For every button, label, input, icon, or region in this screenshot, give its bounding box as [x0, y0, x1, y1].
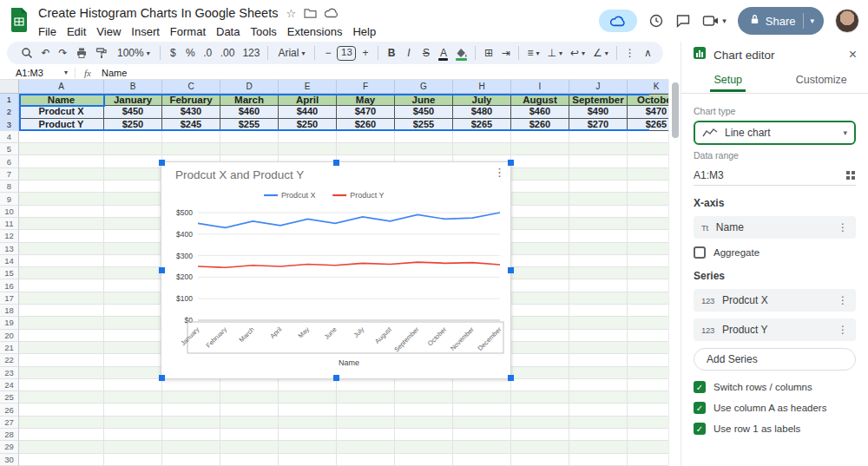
cell-C1[interactable]: February [162, 94, 220, 106]
cell-I17[interactable] [511, 292, 569, 305]
cell-B25[interactable] [104, 391, 162, 404]
cell-J11[interactable] [569, 218, 628, 230]
cell-J25[interactable] [569, 391, 628, 404]
star-icon[interactable]: ☆ [286, 7, 296, 20]
cell-G24[interactable] [395, 379, 453, 391]
cell-F1[interactable]: May [337, 94, 395, 106]
cell-J23[interactable] [569, 367, 628, 379]
cell-A16[interactable] [19, 279, 104, 292]
cell-A6[interactable] [19, 155, 104, 167]
row-header-6[interactable]: 6 [0, 155, 19, 167]
cell-G26[interactable] [395, 404, 453, 416]
cell-A4[interactable] [19, 131, 104, 143]
row-header-17[interactable]: 17 [0, 292, 19, 305]
toolbar-bold[interactable]: B [383, 43, 399, 62]
cell-B13[interactable] [104, 243, 162, 255]
cell-G5[interactable] [395, 143, 453, 155]
chart-resize-handle[interactable] [333, 375, 339, 381]
cell-J28[interactable] [569, 429, 628, 441]
cell-J4[interactable] [569, 131, 628, 143]
cell-J10[interactable] [569, 206, 628, 218]
chart-overlay[interactable]: Prodcut X and Product Y ⋮ Prodcut XProdu… [161, 161, 511, 379]
cell-F2[interactable]: $470 [337, 106, 395, 118]
row-header-14[interactable]: 14 [0, 255, 19, 267]
cell-J7[interactable] [569, 168, 628, 180]
chart-resize-handle[interactable] [333, 160, 339, 166]
cell-I7[interactable] [511, 168, 569, 180]
cell-E4[interactable] [279, 131, 337, 143]
checkbox-unchecked-icon[interactable] [694, 246, 706, 259]
cell-F27[interactable] [337, 417, 395, 429]
row-header-28[interactable]: 28 [0, 429, 19, 441]
cell-B30[interactable] [104, 454, 162, 466]
cell-K24[interactable] [628, 379, 668, 391]
cell-B24[interactable] [104, 379, 162, 391]
vertical-scrollbar[interactable] [668, 80, 681, 466]
chart-resize-handle[interactable] [508, 375, 514, 381]
toolbar-paint-format[interactable] [92, 43, 111, 62]
menu-help[interactable]: Help [347, 24, 381, 39]
cell-J24[interactable] [569, 379, 628, 391]
cell-A1[interactable]: Name [19, 94, 104, 106]
cell-I9[interactable] [511, 193, 569, 205]
row-header-29[interactable]: 29 [0, 441, 19, 453]
cell-B29[interactable] [104, 441, 162, 453]
cell-G28[interactable] [395, 429, 453, 441]
cell-I5[interactable] [511, 143, 569, 155]
cell-K22[interactable] [628, 354, 668, 366]
cell-F4[interactable] [337, 131, 395, 143]
cell-K6[interactable] [628, 155, 668, 167]
menu-insert[interactable]: Insert [126, 24, 165, 39]
checkbox-checked-icon[interactable]: ✓ [694, 423, 706, 435]
row-header-15[interactable]: 15 [0, 267, 19, 279]
menu-tools[interactable]: Tools [245, 24, 281, 39]
share-button[interactable]: Share ▾ [738, 7, 824, 35]
cell-J5[interactable] [569, 143, 628, 155]
cell-D29[interactable] [220, 441, 279, 453]
cell-G29[interactable] [395, 441, 453, 453]
cell-H29[interactable] [453, 441, 511, 453]
cell-J13[interactable] [569, 243, 628, 255]
cell-K26[interactable] [628, 404, 668, 416]
menu-file[interactable]: File [33, 24, 62, 39]
cell-J6[interactable] [569, 155, 628, 167]
cell-E24[interactable] [279, 379, 337, 391]
cell-D1[interactable]: March [220, 94, 279, 106]
cell-A10[interactable] [19, 206, 104, 218]
cell-J8[interactable] [569, 180, 628, 193]
toolbar-font-size-increase[interactable]: + [357, 43, 373, 62]
cell-J1[interactable]: September [569, 94, 628, 106]
cell-A20[interactable] [19, 330, 104, 342]
cell-F5[interactable] [337, 143, 395, 155]
cell-B16[interactable] [104, 279, 162, 292]
cell-B11[interactable] [104, 218, 162, 230]
cell-A14[interactable] [19, 255, 104, 267]
row-header-26[interactable]: 26 [0, 404, 19, 416]
cell-K19[interactable] [628, 317, 668, 329]
cell-D28[interactable] [220, 429, 279, 441]
cell-I26[interactable] [511, 404, 569, 416]
cell-H5[interactable] [453, 143, 511, 155]
row-header-12[interactable]: 12 [0, 230, 19, 242]
row-header-8[interactable]: 8 [0, 180, 19, 193]
cell-I25[interactable] [511, 391, 569, 404]
document-title[interactable]: Create Histogram Charts In Google Sheets [38, 6, 278, 20]
toolbar-font-size-decrease[interactable]: − [319, 43, 336, 62]
cell-I29[interactable] [511, 441, 569, 453]
cell-B21[interactable] [104, 342, 162, 354]
cell-J21[interactable] [569, 342, 628, 354]
column-header-G[interactable]: G [395, 80, 453, 94]
close-icon[interactable]: × [849, 48, 857, 62]
cell-K3[interactable]: $265 [628, 119, 668, 131]
cell-J3[interactable]: $270 [569, 119, 628, 131]
row-header-22[interactable]: 22 [0, 354, 19, 366]
cell-K18[interactable] [628, 305, 668, 317]
cell-E28[interactable] [279, 429, 337, 441]
toolbar-font-family[interactable]: Arial▾ [273, 43, 310, 62]
cell-I22[interactable] [511, 354, 569, 366]
scrollbar-thumb[interactable] [672, 82, 679, 138]
formula-input[interactable]: Name [102, 68, 127, 78]
cell-B27[interactable] [104, 417, 162, 429]
column-header-K[interactable]: K [628, 80, 668, 94]
cell-H25[interactable] [453, 391, 511, 404]
